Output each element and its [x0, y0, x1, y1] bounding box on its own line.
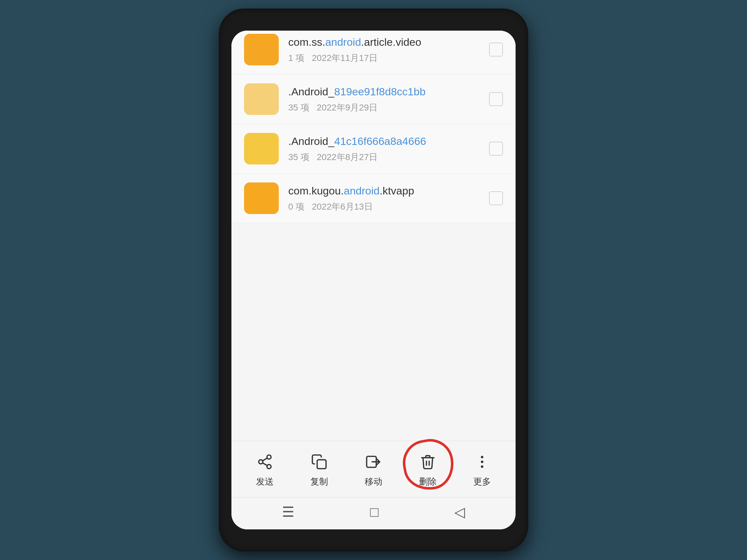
folder-icon [244, 183, 279, 214]
file-meta: 35 项 2022年8月27日 [288, 151, 489, 163]
share-label: 发送 [256, 476, 274, 488]
copy-icon [311, 454, 328, 473]
share-icon [257, 454, 273, 473]
delete-button[interactable]: 删除 [413, 450, 443, 491]
back-nav-icon[interactable]: ◁ [454, 504, 465, 520]
delete-label: 删除 [419, 476, 437, 488]
file-name: com.kugou.android.ktvapp [288, 184, 489, 197]
checkbox[interactable] [489, 191, 503, 205]
file-name: .Android_41c16f666a8a4666 [288, 134, 489, 148]
folder-icon [244, 83, 279, 115]
phone-device: com.ss.android.article.video 1 项 2022年11… [219, 8, 528, 552]
menu-nav-icon[interactable]: ☰ [282, 504, 294, 520]
share-button[interactable]: 发送 [250, 450, 280, 491]
phone-screen: com.ss.android.article.video 1 项 2022年11… [231, 31, 516, 529]
more-label: 更多 [473, 476, 491, 488]
file-info: .Android_819ee91f8d8cc1bb 35 项 2022年9月29… [288, 85, 489, 114]
list-item[interactable]: com.kugou.android.ktvapp 0 项 2022年6月13日 [231, 174, 516, 223]
svg-line-4 [263, 458, 267, 461]
file-info: com.kugou.android.ktvapp 0 项 2022年6月13日 [288, 184, 489, 213]
svg-rect-5 [317, 460, 326, 469]
copy-button[interactable]: 复制 [304, 450, 334, 491]
file-meta: 35 项 2022年9月29日 [288, 102, 489, 114]
checkbox[interactable] [489, 92, 503, 106]
file-meta: 1 项 2022年11月17日 [288, 52, 489, 64]
svg-point-8 [481, 456, 483, 458]
file-info: .Android_41c16f666a8a4666 35 项 2022年8月27… [288, 134, 489, 163]
file-meta: 0 项 2022年6月13日 [288, 201, 489, 213]
copy-label: 复制 [310, 476, 328, 488]
folder-icon [244, 34, 279, 65]
file-name: .Android_819ee91f8d8cc1bb [288, 85, 489, 99]
file-info: com.ss.android.article.video 1 项 2022年11… [288, 35, 489, 64]
move-icon [365, 454, 382, 473]
move-button[interactable]: 移动 [358, 450, 389, 491]
list-item[interactable]: com.ss.android.article.video 1 项 2022年11… [231, 31, 516, 75]
svg-point-9 [481, 460, 483, 463]
folder-icon [244, 133, 279, 164]
toolbar: 发送 复制 [231, 441, 516, 497]
svg-line-3 [263, 463, 267, 465]
checkbox[interactable] [489, 43, 503, 56]
move-label: 移动 [365, 476, 382, 488]
home-nav-icon[interactable]: □ [370, 504, 379, 520]
list-item[interactable]: .Android_819ee91f8d8cc1bb 35 项 2022年9月29… [231, 75, 516, 124]
more-icon [474, 454, 490, 473]
checkbox[interactable] [489, 142, 503, 156]
delete-icon [419, 454, 436, 473]
file-list: com.ss.android.article.video 1 项 2022年11… [231, 31, 516, 441]
list-item[interactable]: .Android_41c16f666a8a4666 35 项 2022年8月27… [231, 124, 516, 174]
more-button[interactable]: 更多 [467, 450, 497, 491]
file-name: com.ss.android.article.video [288, 35, 489, 49]
svg-point-10 [481, 465, 483, 468]
nav-bar: ☰ □ ◁ [231, 497, 516, 529]
